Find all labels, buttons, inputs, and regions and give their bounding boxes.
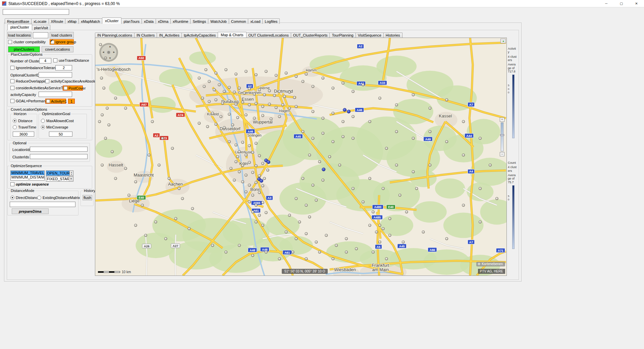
horizon-value-field[interactable] (13, 132, 34, 137)
location-marker[interactable] (203, 85, 206, 88)
location-marker[interactable] (362, 84, 364, 86)
location-marker[interactable] (230, 167, 232, 170)
location-marker[interactable] (248, 144, 251, 147)
location-marker[interactable] (206, 125, 209, 128)
location-marker[interactable] (255, 164, 257, 167)
location-marker[interactable] (322, 179, 324, 182)
location-marker[interactable] (228, 86, 231, 89)
location-marker[interactable] (251, 211, 254, 213)
location-marker[interactable] (225, 68, 227, 71)
max-allowed-cost-radio[interactable]: MaxAllowedCost (41, 119, 74, 123)
request-input[interactable] (3, 9, 69, 15)
activity-eq-value-field[interactable]: 1 (68, 99, 75, 104)
location-marker[interactable] (479, 187, 482, 190)
maptab-out-clusterreports[interactable]: OUT_ClusterReports (291, 33, 330, 38)
location-marker[interactable] (261, 201, 264, 204)
location-marker[interactable] (261, 114, 264, 117)
location-marker[interactable] (322, 77, 324, 80)
location-marker[interactable] (228, 140, 231, 143)
location-marker[interactable] (235, 73, 237, 76)
number-of-clusters-field[interactable] (39, 58, 51, 63)
post-cover-checkbox[interactable]: PostCover (63, 86, 83, 91)
maptab-tpactivitycapacities[interactable]: tpActivityCapacities (181, 33, 218, 38)
location-marker[interactable] (238, 150, 241, 153)
location-marker[interactable] (154, 220, 157, 223)
location-marker[interactable] (228, 113, 231, 115)
tab-watchjob[interactable]: WatchJob (208, 18, 229, 24)
location-marker[interactable] (238, 87, 241, 90)
location-marker[interactable] (278, 115, 281, 118)
location-marker[interactable] (328, 155, 331, 158)
pan-down-icon[interactable]: ▼ (109, 57, 111, 60)
use-travel-distance-checkbox[interactable]: useTravelDistance (53, 58, 89, 62)
location-marker[interactable] (241, 141, 244, 144)
location-marker[interactable] (462, 120, 465, 123)
tab-xlocate[interactable]: xLocate (31, 18, 49, 24)
location-marker[interactable] (144, 234, 147, 237)
location-marker[interactable] (312, 137, 314, 140)
close-button[interactable]: ✕ (629, 0, 644, 7)
location-marker[interactable] (245, 70, 247, 73)
location-marker[interactable] (345, 251, 348, 253)
tab-xroute[interactable]: XRoute (49, 18, 66, 24)
location-marker[interactable] (268, 90, 271, 92)
location-marker[interactable] (352, 90, 355, 93)
maptab-tourplanning[interactable]: TourPlanning (329, 33, 356, 38)
location-marker[interactable] (429, 130, 431, 133)
flush-button[interactable]: flush (83, 195, 92, 200)
location-marker[interactable] (305, 257, 308, 260)
tour-mode-listbox[interactable]: OPEN_TOUR ▲ ▼ (46, 170, 73, 176)
location-marker[interactable] (495, 197, 498, 200)
location-marker[interactable] (275, 106, 277, 109)
location-marker[interactable] (291, 251, 294, 253)
tab-xdata[interactable]: xData (142, 18, 156, 24)
location-marker[interactable] (174, 217, 177, 220)
location-marker[interactable] (198, 77, 201, 80)
location-marker[interactable] (278, 90, 281, 93)
location-marker[interactable] (462, 204, 465, 207)
location-marker[interactable] (378, 241, 381, 243)
maptab-in-planninglocations[interactable]: IN PlanningLocations (95, 33, 135, 38)
location-marker[interactable] (395, 103, 398, 106)
location-marker[interactable] (191, 207, 194, 210)
pan-center-knob[interactable] (107, 50, 111, 54)
optimize-sequence-checkbox[interactable]: optimize sequence (10, 182, 49, 186)
location-marker[interactable] (278, 257, 281, 260)
location-marker[interactable] (148, 154, 150, 156)
zoom-out-button[interactable]: − (500, 152, 504, 156)
location-marker[interactable] (270, 117, 272, 120)
location-marker[interactable] (258, 154, 261, 157)
tab-xcluster[interactable]: xCluster (102, 17, 121, 24)
location-marker[interactable] (352, 137, 355, 140)
location-marker[interactable] (258, 214, 261, 217)
location-marker[interactable] (215, 123, 217, 126)
location-marker[interactable] (265, 251, 267, 253)
location-marker[interactable] (318, 251, 321, 253)
location-marker[interactable] (255, 142, 257, 145)
location-marker[interactable] (255, 181, 257, 184)
location-marker[interactable] (318, 160, 321, 163)
location-marker[interactable] (263, 94, 266, 96)
location-marker[interactable] (268, 103, 271, 105)
location-marker[interactable] (265, 211, 267, 214)
tab-settings[interactable]: Settings (190, 18, 208, 24)
plan-clusters-button[interactable]: planClusters (8, 46, 40, 52)
tab-logfiles[interactable]: Logfiles (262, 18, 280, 24)
location-marker[interactable] (479, 137, 482, 140)
maptab-in-clusters[interactable]: IN Clusters (134, 33, 157, 38)
location-marker[interactable] (233, 179, 236, 182)
location-marker[interactable] (412, 137, 415, 140)
subtab-plancluster[interactable]: planCluster (7, 24, 32, 30)
location-marker[interactable] (233, 91, 236, 94)
location-marker[interactable] (375, 231, 378, 233)
location-marker[interactable] (106, 107, 109, 109)
location-marker[interactable] (104, 137, 107, 140)
listbox-scrollbar[interactable]: ▲ ▼ (69, 171, 73, 176)
tab-xdima[interactable]: xDima (156, 18, 171, 24)
location-marker[interactable] (100, 77, 103, 80)
location-marker[interactable] (255, 204, 257, 207)
tab-xmapmatch[interactable]: xMapMatch (78, 18, 102, 24)
location-marker[interactable] (218, 84, 221, 86)
location-marker[interactable] (98, 120, 101, 123)
location-marker[interactable] (308, 216, 311, 218)
